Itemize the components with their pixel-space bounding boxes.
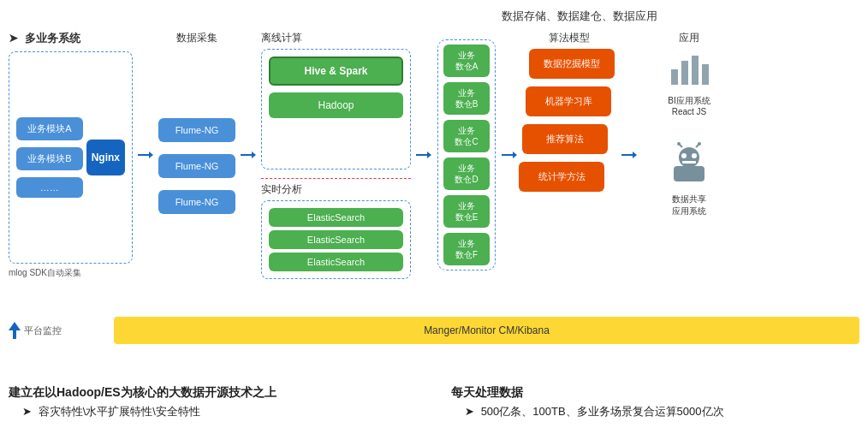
dw-box-5: 业务数仓F bbox=[443, 233, 490, 265]
app-bi: BI应用系统 React JS bbox=[668, 52, 710, 116]
svg-rect-24 bbox=[13, 330, 16, 339]
elastic-2: ElasticSearch bbox=[269, 253, 403, 271]
biz-row: 业务模块A 业务模块B …… Nginx bbox=[16, 59, 125, 256]
algo-box-1: 机器学习库 bbox=[526, 86, 611, 116]
dw-box-4: 业务数仓E bbox=[443, 195, 490, 228]
svg-rect-12 bbox=[692, 56, 699, 85]
hadoop-box: Hadoop bbox=[269, 92, 403, 118]
sub-arrow-prefix: ➤ bbox=[22, 405, 32, 418]
arrow-prefix-icon: ➤ bbox=[9, 32, 18, 45]
svg-rect-11 bbox=[681, 61, 688, 85]
section-app: 应用 BI应用系统 React JS bbox=[642, 31, 736, 279]
bottom-right: 每天处理数据 ➤ 500亿条、100TB、多业务场景复合运算5000亿次 bbox=[451, 385, 859, 419]
svg-point-14 bbox=[679, 147, 699, 168]
up-arrow-icon bbox=[9, 322, 21, 339]
flume-0: Flume-NG bbox=[158, 118, 235, 142]
mlog-label: mlog SDK自动采集 bbox=[9, 267, 133, 279]
bi-icon bbox=[668, 52, 710, 95]
bi-label: BI应用系统 React JS bbox=[668, 95, 710, 116]
biz-modules-container: 业务模块A 业务模块B …… Nginx bbox=[9, 51, 133, 264]
svg-marker-23 bbox=[9, 322, 21, 330]
flume-2: Flume-NG bbox=[158, 190, 235, 214]
svg-rect-18 bbox=[682, 161, 696, 163]
svg-point-17 bbox=[692, 153, 697, 158]
monitor-bar-row: 平台监控 Manger/Monitor CM/Kibana bbox=[9, 315, 859, 346]
arrow-right-icon-3 bbox=[416, 149, 431, 161]
offline-separator bbox=[261, 178, 411, 179]
app-share: 数据共享 应用系统 bbox=[663, 142, 715, 217]
elastic-1: ElasticSearch bbox=[269, 230, 403, 249]
dw-box-1: 业务数仓B bbox=[443, 82, 490, 115]
svg-point-21 bbox=[677, 142, 681, 146]
section-multi-biz: ➤ 多业务系统 业务模块A 业务模块B …… Nginx mlog SDK自动采… bbox=[9, 31, 133, 279]
arrow-1 bbox=[138, 31, 153, 279]
monitor-bar: Manger/Monitor CM/Kibana bbox=[114, 317, 859, 344]
svg-marker-3 bbox=[252, 152, 256, 158]
main-container: 数据存储、数据建仓、数据应用 ➤ 多业务系统 业务模块A 业务模块B …… Ng… bbox=[0, 0, 868, 428]
bottom-left-title: 建立在以Hadoop/ES为核心的大数据开源技术之上 bbox=[9, 385, 417, 401]
share-icon bbox=[663, 142, 715, 193]
multi-biz-title: ➤ 多业务系统 bbox=[9, 31, 133, 46]
arrow-right-icon-4 bbox=[502, 149, 517, 161]
svg-marker-5 bbox=[427, 152, 431, 158]
offline-title: 离线计算 bbox=[261, 31, 411, 45]
share-label: 数据共享 应用系统 bbox=[663, 193, 715, 217]
arrow-right-icon-2 bbox=[241, 149, 256, 161]
flume-boxes: Flume-NG Flume-NG Flume-NG bbox=[158, 52, 235, 279]
section-algo: 算法模型 数据挖掘模型 机器学习库 推荐算法 统计学方法 bbox=[522, 31, 616, 279]
svg-rect-10 bbox=[671, 69, 678, 85]
realtime-title: 实时分析 bbox=[261, 182, 411, 197]
biz-module-a: 业务模块A bbox=[16, 117, 83, 140]
algo-box-0: 数据挖掘模型 bbox=[529, 49, 615, 79]
sub-arrow-prefix-2: ➤ bbox=[465, 405, 474, 418]
realtime-border: ElasticSearch ElasticSearch ElasticSearc… bbox=[261, 200, 411, 279]
arrow-2 bbox=[241, 31, 256, 279]
algo-title: 算法模型 bbox=[522, 31, 616, 45]
bottom-right-title: 每天处理数据 bbox=[451, 385, 859, 401]
svg-point-16 bbox=[681, 153, 687, 158]
collect-title: 数据采集 bbox=[176, 31, 217, 45]
dw-box-0: 业务数仓A bbox=[443, 45, 490, 77]
section-collect: 数据采集 Flume-NG Flume-NG Flume-NG bbox=[158, 31, 235, 279]
algo-box-3: 统计学方法 bbox=[519, 162, 604, 192]
svg-marker-1 bbox=[149, 152, 153, 158]
svg-marker-9 bbox=[633, 152, 637, 158]
biz-module-b: 业务模块B bbox=[16, 147, 83, 170]
biz-module-dots: …… bbox=[16, 177, 83, 198]
dw-container: 业务数仓A 业务数仓B 业务数仓C 业务数仓D 业务数仓E 业务数仓F bbox=[437, 39, 496, 270]
flume-1: Flume-NG bbox=[158, 154, 235, 178]
algo-box-2: 推荐算法 bbox=[522, 124, 608, 154]
diagram: ➤ 多业务系统 业务模块A 业务模块B …… Nginx mlog SDK自动采… bbox=[9, 31, 859, 313]
dw-box-2: 业务数仓C bbox=[443, 120, 490, 152]
arrow-3 bbox=[416, 31, 431, 279]
section-offline: 离线计算 Hive & Spark Hadoop 实时分析 ElasticSea… bbox=[261, 31, 411, 279]
svg-point-22 bbox=[698, 142, 701, 146]
svg-rect-13 bbox=[702, 64, 709, 85]
arrow-right-icon-5 bbox=[621, 149, 637, 161]
nginx-box: Nginx bbox=[86, 140, 125, 175]
dw-box-3: 业务数仓D bbox=[443, 158, 490, 190]
offline-border: Hive & Spark Hadoop bbox=[261, 49, 411, 169]
algo-stack: 数据挖掘模型 机器学习库 推荐算法 统计学方法 bbox=[522, 49, 616, 279]
arrow-5 bbox=[621, 31, 637, 279]
bottom-left: 建立在以Hadoop/ES为核心的大数据开源技术之上 ➤ 容灾特性\水平扩展特性… bbox=[9, 385, 417, 419]
bottom-right-sub: ➤ 500亿条、100TB、多业务场景复合运算5000亿次 bbox=[465, 404, 859, 419]
biz-col: 业务模块A 业务模块B …… bbox=[16, 117, 83, 198]
bottom-left-sub: ➤ 容灾特性\水平扩展特性\安全特性 bbox=[22, 404, 417, 419]
section-dw: 业务数仓A 业务数仓B 业务数仓C 业务数仓D 业务数仓E 业务数仓F bbox=[437, 31, 496, 279]
arrow-4 bbox=[502, 31, 517, 279]
elastic-0: ElasticSearch bbox=[269, 208, 403, 227]
arrow-right-icon bbox=[138, 149, 153, 161]
bottom-section: 建立在以Hadoop/ES为核心的大数据开源技术之上 ➤ 容灾特性\水平扩展特性… bbox=[9, 385, 859, 419]
svg-rect-15 bbox=[674, 166, 705, 181]
monitor-label: 平台监控 bbox=[24, 324, 71, 337]
app-title: 应用 bbox=[679, 31, 699, 45]
top-label: 数据存储、数据建仓、数据应用 bbox=[300, 9, 859, 24]
hive-spark-box: Hive & Spark bbox=[269, 56, 403, 86]
svg-marker-7 bbox=[513, 152, 517, 158]
